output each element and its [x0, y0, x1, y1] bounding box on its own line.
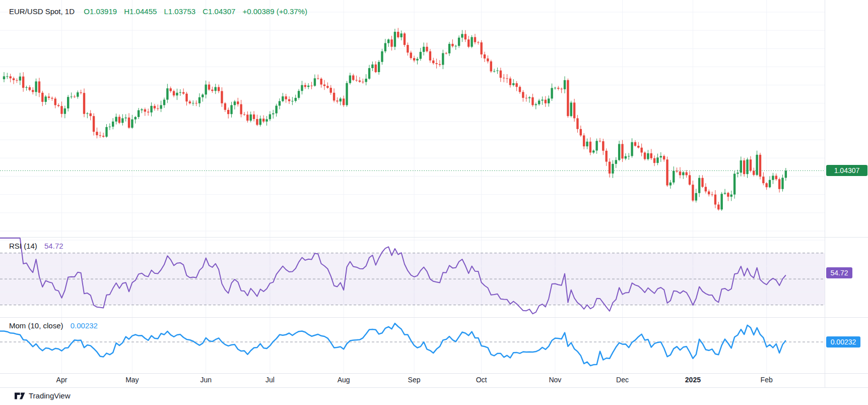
ohlc-change: +0.00389 (+0.37%) — [243, 7, 307, 16]
mom-legend[interactable]: Mom (10, close) 0.00232 — [9, 321, 98, 330]
mom-value-badge: 0.00232 — [826, 336, 860, 348]
price-scale[interactable]: 1.130001.120001.110001.100001.090001.080… — [825, 0, 868, 387]
time-tick-label: Jul — [265, 376, 275, 384]
rsi-value-badge: 54.72 — [826, 267, 852, 278]
rsi-value: 54.72 — [44, 242, 63, 250]
brand-text: TradingView — [29, 391, 71, 400]
ohlc-open: O1.03919 — [84, 7, 117, 16]
ohlc-high: H1.04455 — [124, 7, 157, 16]
time-tick-label: May — [125, 376, 139, 384]
mom-title[interactable]: Mom (10, close) — [9, 321, 63, 330]
candles — [3, 28, 787, 211]
ohlc-low: L1.03753 — [164, 7, 196, 16]
time-tick-label: Sep — [408, 376, 421, 384]
footer: TradingView — [0, 388, 868, 405]
last-price-badge: 1.04307 — [826, 165, 867, 176]
time-tick-label: Apr — [56, 376, 68, 384]
rsi-title[interactable]: RSI (14) — [9, 242, 37, 250]
mom-value: 0.00232 — [71, 321, 98, 330]
mom-line — [0, 323, 786, 366]
time-tick-label: 2025 — [685, 376, 701, 384]
chart-window: EUR/USD Spot, 1D O1.03919 H1.04455 L1.03… — [0, 0, 868, 405]
price-gridlines — [0, 12, 825, 231]
chart-canvas[interactable] — [0, 0, 868, 405]
time-tick-label: Nov — [549, 376, 561, 384]
time-tick-label: Aug — [338, 376, 350, 384]
time-tick-label: Dec — [616, 376, 629, 384]
symbol-legend[interactable]: EUR/USD Spot, 1D O1.03919 H1.04455 L1.03… — [9, 7, 312, 16]
time-tick-label: Oct — [476, 376, 487, 384]
time-tick-label: Feb — [761, 376, 773, 384]
rsi-legend[interactable]: RSI (14) 54.72 — [9, 242, 63, 250]
tradingview-logo-icon — [15, 392, 25, 400]
tradingview-attribution[interactable]: TradingView — [15, 391, 71, 400]
symbol-title[interactable]: EUR/USD Spot, 1D — [9, 7, 75, 16]
ohlc-close: C1.04307 — [203, 7, 235, 16]
time-tick-label: Jun — [200, 376, 212, 384]
